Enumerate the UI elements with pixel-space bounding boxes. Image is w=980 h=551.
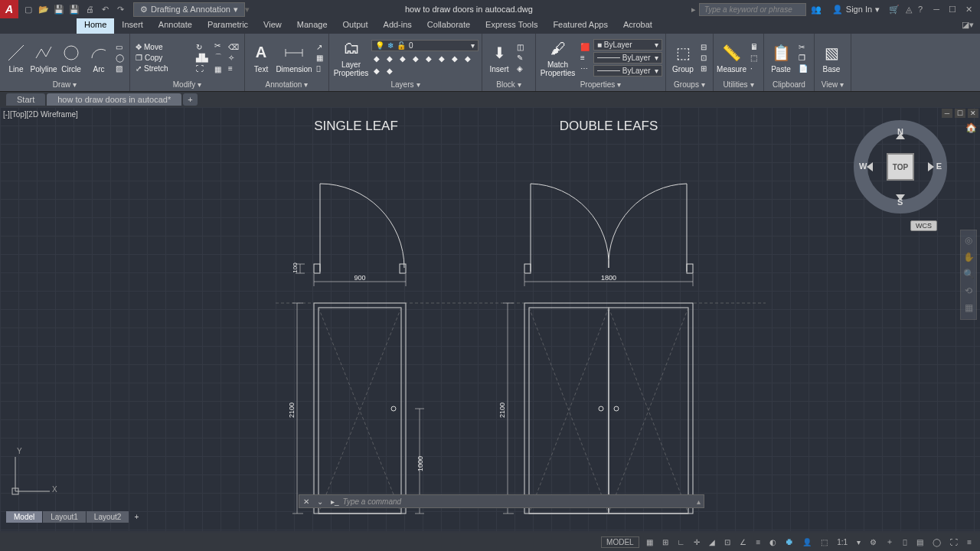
tab-acrobat[interactable]: Acrobat (616, 18, 660, 34)
drawing-area[interactable]: [-][Top][2D Wireframe] ─☐✕ SINGLE LEAF D… (0, 107, 980, 531)
dimension-button[interactable]: Dimension (276, 41, 312, 75)
tab-insert[interactable]: Insert (114, 18, 151, 34)
search-input[interactable]: Type a keyword or phrase (699, 3, 806, 16)
group-button[interactable]: ⬚Group (669, 41, 697, 75)
hatch-icon[interactable]: ▨ (113, 64, 126, 73)
wheel-icon[interactable]: ◎ (962, 235, 975, 247)
plot-icon[interactable]: 🖨 (83, 2, 96, 16)
copy-button[interactable]: ❐Copy (133, 53, 192, 63)
tab-home[interactable]: Home (77, 18, 114, 34)
ribbon-collapse-icon[interactable]: ◪▾ (956, 18, 980, 34)
add-layout-button[interactable]: + (129, 511, 143, 523)
clean-screen-icon[interactable]: ⛶ (948, 538, 960, 546)
osnap-icon[interactable]: ⊡ (722, 538, 733, 546)
anno-scale[interactable]: 1:1 (835, 538, 850, 546)
polar-icon[interactable]: ✛ (691, 538, 702, 546)
base-button[interactable]: ▧Base (818, 41, 845, 75)
paste-spec-icon[interactable]: 📄 (796, 64, 810, 73)
layer-btn-icon[interactable]: ◆ (410, 54, 421, 64)
viewcube-face[interactable]: TOP (887, 153, 914, 181)
transparency-icon[interactable]: ◐ (767, 538, 779, 546)
app-icon[interactable]: ◬ (903, 5, 915, 15)
save-icon[interactable]: 💾 (52, 2, 66, 16)
calc-icon[interactable]: 🖩 (748, 42, 760, 52)
ltype-icon[interactable]: ⋯ (578, 64, 592, 73)
attr-icon[interactable]: ◈ (514, 64, 526, 73)
layer-btn-icon[interactable]: ◆ (423, 54, 434, 64)
zoom-icon[interactable]: 🔍 (962, 269, 975, 281)
tab-addins[interactable]: Add-ins (376, 18, 420, 34)
insert-button[interactable]: ⬇Insert (485, 41, 513, 75)
grid-icon[interactable]: ▦ (644, 538, 655, 546)
layer-btn-icon[interactable]: ◆ (384, 54, 395, 64)
color-icon[interactable]: 🟥 (578, 42, 592, 52)
layer-btn-icon[interactable]: ◆ (397, 54, 408, 64)
array-icon[interactable]: ▦ (212, 64, 224, 74)
layer-btn-icon[interactable]: ◆ (449, 54, 460, 64)
layer-combo[interactable]: 💡❄🔓0▾ (371, 40, 479, 51)
lweight-icon[interactable]: ≡ (578, 53, 592, 63)
open-icon[interactable]: 📂 (37, 2, 51, 16)
search-chevron-icon[interactable]: ▸ (688, 5, 699, 15)
tab-view[interactable]: View (256, 18, 289, 34)
pan-icon[interactable]: ✋ (962, 252, 975, 264)
group-sel-icon[interactable]: ⊞ (698, 64, 709, 73)
layer-btn-icon[interactable]: ◆ (371, 54, 382, 64)
anno-monitor-icon[interactable]: ＋ (884, 536, 896, 547)
tab-output[interactable]: Output (335, 18, 376, 34)
text-button[interactable]: AText (248, 41, 274, 75)
file-tab-current[interactable]: how to draw doors in autocad* (47, 93, 181, 106)
workspace-selector[interactable]: ⚙ Drafting & Annotation ▾ (133, 2, 245, 17)
3dosnap-icon[interactable]: ⬚ (818, 538, 830, 546)
rotate-icon[interactable]: ↻ (194, 42, 211, 52)
app-logo[interactable]: A (0, 0, 18, 18)
lineweight-combo[interactable]: ByLayer▾ (593, 52, 662, 64)
orbit-icon[interactable]: ⟲ (962, 285, 975, 298)
selection-cycling-icon[interactable]: 👤 (800, 538, 814, 546)
help-icon[interactable]: ? (915, 5, 926, 14)
mirror-icon[interactable]: ▟▙ (194, 53, 211, 63)
table-icon[interactable]: ▦ (314, 53, 325, 63)
tab-parametric[interactable]: Parametric (200, 18, 256, 34)
new-icon[interactable]: ▢ (21, 2, 35, 16)
layer-btn-icon[interactable]: ◆ (462, 54, 473, 64)
file-tab-start[interactable]: Start (6, 93, 45, 106)
layer-btn-icon[interactable]: ◆ (371, 66, 382, 76)
units-icon[interactable]: ⌷ (900, 538, 910, 546)
match-properties-button[interactable]: 🖌Match Properties (539, 36, 577, 79)
select-icon[interactable]: ⬚ (748, 53, 760, 63)
color-combo[interactable]: ■ ByLayer▾ (593, 39, 662, 51)
cut-icon[interactable]: ✂ (796, 42, 810, 52)
fillet-icon[interactable]: ⌒ (212, 51, 224, 64)
tab-manage[interactable]: Manage (289, 18, 335, 34)
maximize-button[interactable]: ☐ (949, 5, 956, 15)
create-block-icon[interactable]: ◫ (514, 42, 526, 52)
tab-collaborate[interactable]: Collaborate (420, 18, 478, 34)
dynamic-input-icon[interactable]: 🞦 (783, 538, 795, 546)
layout-tab-model[interactable]: Model (6, 511, 42, 523)
circle-button[interactable]: Circle (58, 41, 84, 75)
exchange-icon[interactable]: 🛒 (886, 5, 903, 15)
wcs-tag[interactable]: WCS (910, 220, 937, 231)
undo-icon[interactable]: ↶ (98, 2, 112, 16)
ungroup-icon[interactable]: ⊟ (698, 42, 709, 52)
snap-icon[interactable]: ⊞ (660, 538, 671, 546)
workspace-switch-icon[interactable]: ⚙ (867, 538, 879, 546)
cmd-opts-icon[interactable]: ⌄ (313, 497, 327, 506)
account-icon[interactable]: 👥 (806, 5, 826, 15)
erase-icon[interactable]: ⌫ (226, 42, 241, 52)
copybase-icon[interactable]: ❐ (796, 53, 810, 63)
layout-tab-2[interactable]: Layout2 (87, 511, 129, 523)
iso-icon[interactable]: ◢ (707, 538, 717, 546)
nav-home-icon[interactable]: 🏠 (965, 122, 977, 133)
viewcube[interactable]: TOP N S W E (854, 121, 946, 213)
point-icon[interactable]: · (748, 64, 760, 73)
offset-icon[interactable]: ≡ (226, 64, 241, 73)
move-button[interactable]: ✥Move (133, 42, 192, 52)
vp-max-icon[interactable]: ☐ (955, 109, 965, 118)
measure-button[interactable]: 📏Measure (717, 41, 746, 75)
minimize-button[interactable]: ─ (933, 5, 939, 15)
layer-btn-icon[interactable]: ◆ (384, 66, 395, 76)
ellipse-icon[interactable]: ◯ (113, 53, 126, 63)
redo-icon[interactable]: ↷ (113, 2, 127, 16)
